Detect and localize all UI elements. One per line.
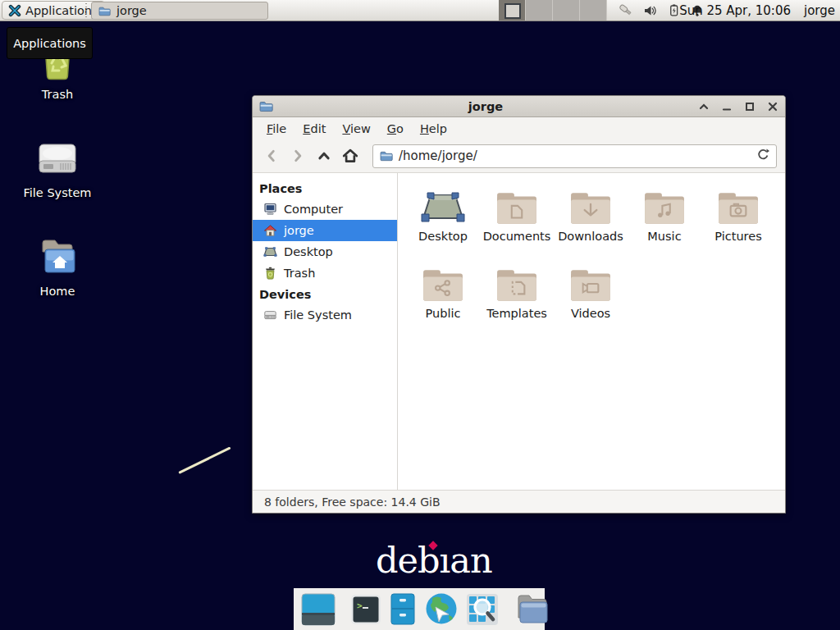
folder-templates-icon bbox=[494, 260, 540, 303]
workspace-pager bbox=[499, 0, 607, 21]
terminal-icon[interactable]: > bbox=[350, 594, 381, 625]
desktop-special-icon bbox=[420, 183, 466, 226]
workspace-4[interactable] bbox=[580, 0, 607, 21]
sidebar-item-label: Trash bbox=[284, 267, 315, 280]
sidebar-header-places: Places bbox=[253, 178, 397, 199]
folder-pictures-icon bbox=[715, 183, 761, 226]
reload-button[interactable] bbox=[756, 148, 769, 164]
tray-device-icon[interactable] bbox=[619, 3, 633, 18]
home-folder-icon bbox=[36, 236, 79, 279]
file-label: Music bbox=[647, 230, 681, 243]
panel-clock-area: Sun 25 Apr, 10:06 jorge bbox=[679, 0, 835, 21]
window-folder-icon bbox=[259, 100, 273, 112]
desktop-icon-label: Trash bbox=[42, 88, 73, 101]
sidebar-item-label: Desktop bbox=[284, 245, 333, 258]
file-folder-downloads[interactable]: Downloads bbox=[554, 183, 628, 255]
file-list: Desktop Documents bbox=[398, 173, 785, 490]
file-folder-documents[interactable]: Documents bbox=[480, 183, 554, 255]
panel-username[interactable]: jorge bbox=[804, 3, 835, 18]
file-label: Templates bbox=[486, 307, 547, 320]
path-bar[interactable]: /home/jorge/ bbox=[372, 144, 777, 168]
sidebar-item-label: File System bbox=[284, 308, 352, 322]
up-button[interactable] bbox=[313, 145, 335, 167]
menu-file[interactable]: File bbox=[259, 120, 294, 138]
svg-text:>: > bbox=[357, 600, 363, 611]
panel-handle[interactable] bbox=[85, 3, 87, 17]
file-folder-pictures[interactable]: Pictures bbox=[701, 183, 775, 255]
file-manager-window: jorge File Edit View Go Help bbox=[252, 95, 786, 514]
folder-icon bbox=[98, 6, 111, 16]
trash-icon bbox=[263, 267, 277, 280]
desktop-icon bbox=[263, 245, 277, 258]
workspace-3[interactable] bbox=[553, 0, 580, 21]
file-folder-templates[interactable]: Templates bbox=[480, 260, 554, 332]
status-text: 8 folders, Free space: 14.4 GiB bbox=[264, 495, 441, 509]
file-folder-videos[interactable]: Videos bbox=[554, 260, 628, 332]
folder-music-icon bbox=[641, 183, 687, 226]
menu-edit[interactable]: Edit bbox=[295, 120, 333, 138]
workspace-1[interactable] bbox=[499, 0, 526, 21]
file-label: Public bbox=[426, 307, 461, 320]
toolbar: /home/jorge/ bbox=[253, 139, 785, 173]
workspace-window-preview bbox=[504, 3, 521, 19]
sidebar-item-computer[interactable]: Computer bbox=[253, 199, 397, 220]
sidebar-item-trash[interactable]: Trash bbox=[253, 262, 397, 284]
harddrive-icon bbox=[36, 138, 79, 180]
panel-clock[interactable]: Sun 25 Apr, 10:06 bbox=[679, 3, 791, 18]
show-desktop-icon[interactable] bbox=[301, 593, 336, 626]
dock: > bbox=[294, 588, 545, 630]
workspace-2[interactable] bbox=[526, 0, 553, 21]
folder-public-icon bbox=[420, 260, 466, 303]
folder-downloads-icon bbox=[568, 183, 614, 226]
shade-button[interactable] bbox=[698, 101, 710, 112]
maximize-button[interactable] bbox=[744, 101, 756, 112]
file-label: Desktop bbox=[418, 230, 468, 243]
sidebar-item-label: Computer bbox=[284, 203, 343, 216]
close-button[interactable] bbox=[767, 101, 778, 112]
taskbar-window-label: jorge bbox=[116, 4, 147, 17]
folder-documents-icon bbox=[494, 183, 540, 226]
menu-view[interactable]: View bbox=[335, 120, 377, 138]
tooltip-text: Applications bbox=[13, 37, 86, 50]
desktop-icon-file-system[interactable]: File System bbox=[15, 138, 100, 199]
forward-button[interactable] bbox=[287, 145, 308, 167]
applications-tooltip: Applications bbox=[7, 27, 93, 59]
sidebar-item-jorge[interactable]: jorge bbox=[253, 220, 397, 241]
applications-menu-label: Applications bbox=[25, 4, 98, 17]
sidebar: Places Computer jorge bbox=[253, 173, 398, 490]
home-button[interactable] bbox=[340, 145, 361, 167]
folder-videos-icon bbox=[568, 260, 614, 303]
wallpaper-line-artifact bbox=[178, 446, 231, 473]
sidebar-item-label: jorge bbox=[284, 224, 314, 237]
web-browser-icon[interactable] bbox=[424, 592, 459, 627]
menu-bar: File Edit View Go Help bbox=[253, 117, 785, 139]
window-title: jorge bbox=[273, 100, 698, 113]
file-folder-public[interactable]: Public bbox=[406, 260, 480, 332]
minimize-button[interactable] bbox=[721, 101, 733, 112]
file-label: Videos bbox=[571, 307, 610, 320]
app-finder-icon[interactable] bbox=[466, 593, 499, 626]
folder-icon[interactable] bbox=[514, 593, 550, 626]
sidebar-item-desktop[interactable]: Desktop bbox=[253, 241, 397, 262]
menu-go[interactable]: Go bbox=[380, 120, 411, 138]
volume-icon[interactable] bbox=[642, 3, 657, 18]
applications-menu-button[interactable]: Applications bbox=[2, 1, 105, 20]
file-folder-music[interactable]: Music bbox=[628, 183, 701, 255]
file-cabinet-icon[interactable] bbox=[389, 593, 417, 626]
file-label: Pictures bbox=[714, 230, 761, 243]
desktop-icon-home[interactable]: Home bbox=[15, 236, 100, 298]
desktop-icon-label: Home bbox=[40, 285, 75, 298]
path-text: /home/jorge/ bbox=[399, 148, 751, 163]
menu-help[interactable]: Help bbox=[413, 120, 454, 138]
file-label: Documents bbox=[483, 230, 551, 243]
top-panel: Applications jorge bbox=[0, 0, 840, 21]
file-folder-desktop[interactable]: Desktop bbox=[406, 183, 480, 255]
taskbar-window-button[interactable]: jorge bbox=[91, 2, 268, 20]
back-button[interactable] bbox=[261, 145, 282, 167]
window-titlebar[interactable]: jorge bbox=[253, 96, 785, 117]
desktop-icon-label: File System bbox=[24, 186, 92, 199]
harddrive-icon bbox=[263, 308, 277, 322]
sidebar-header-devices: Devices bbox=[253, 284, 397, 304]
computer-icon bbox=[263, 203, 277, 216]
sidebar-item-file-system[interactable]: File System bbox=[253, 304, 397, 326]
